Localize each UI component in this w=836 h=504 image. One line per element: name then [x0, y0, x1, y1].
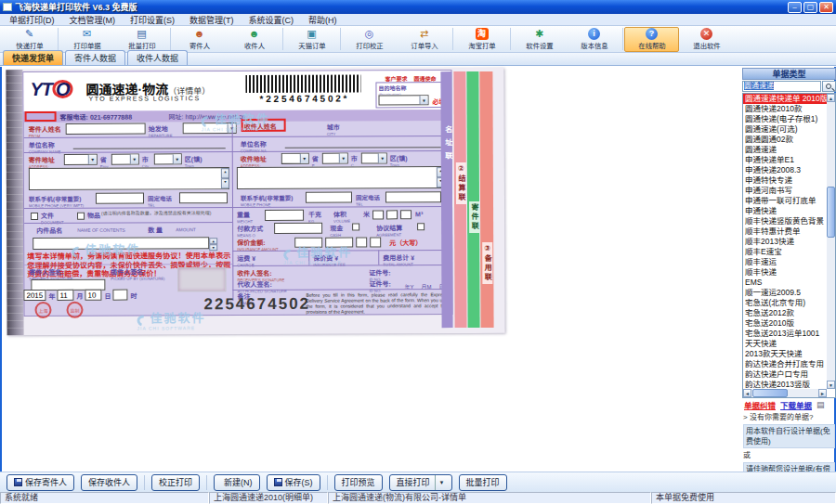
- to-town-select[interactable]: ▼: [361, 152, 387, 163]
- waybill-type-item[interactable]: 申通快递单E1: [743, 155, 827, 165]
- maximize-button[interactable]: ▢: [803, 2, 817, 13]
- dim-h-input[interactable]: [400, 210, 411, 219]
- vertical-scrollbar[interactable]: ▲ ▼: [827, 94, 835, 389]
- dim-l-input[interactable]: [372, 210, 384, 219]
- from-city-select[interactable]: ▼: [111, 154, 139, 165]
- close-button[interactable]: ✕: [819, 2, 833, 13]
- chevron-down-icon[interactable]: ▼: [300, 154, 308, 163]
- scrollbar-thumb[interactable]: [827, 187, 835, 238]
- amount-spinner[interactable]: ▲▼: [209, 238, 217, 248]
- waybill-type-item[interactable]: 圆通速递: [743, 145, 827, 155]
- print-preview-button[interactable]: 打印预览: [334, 474, 383, 491]
- search-input[interactable]: 圆通速递: [742, 81, 821, 92]
- to-tel-input[interactable]: [385, 191, 441, 202]
- scroll-right-icon[interactable]: ►: [818, 389, 827, 397]
- date-hour-input[interactable]: [112, 290, 127, 301]
- waybill-type-item[interactable]: 申通特快专递: [743, 175, 827, 186]
- waybill-type-item[interactable]: 顺丰2013快递: [743, 237, 827, 247]
- menu-system[interactable]: 系统设置(C): [249, 14, 294, 26]
- tip-self-design[interactable]: 用本软件自行设计单据(免费使用): [743, 424, 835, 448]
- insurance-input-4[interactable]: [370, 237, 381, 247]
- waybill-type-item[interactable]: 申通带一联可打底单: [743, 196, 827, 206]
- from-mobile-input[interactable]: [96, 193, 144, 204]
- chevron-down-icon[interactable]: ▼: [378, 153, 386, 162]
- waybill-type-item[interactable]: 顺丰速运: [743, 257, 827, 267]
- date-month-input[interactable]: [57, 290, 73, 301]
- waybill-type-item[interactable]: 圆通快递2010款: [743, 104, 827, 114]
- menu-print-settings[interactable]: 打印设置(S): [130, 14, 175, 26]
- from-tel-input[interactable]: [179, 192, 228, 203]
- waybill-type-item[interactable]: 宅急送2012款: [743, 308, 827, 318]
- waybill-type-item[interactable]: 圆通速递(可选): [743, 124, 827, 135]
- waybill-type-item[interactable]: 顺丰E速宝: [743, 247, 827, 257]
- menu-documents[interactable]: 文档管理(M): [70, 14, 116, 26]
- save-receiver-button[interactable]: 保存收件人: [81, 474, 137, 491]
- toolbar-print-doc-button[interactable]: ✉打印单据: [59, 27, 114, 52]
- chevron-down-icon[interactable]: ▼: [420, 96, 428, 104]
- tab-sender-data[interactable]: 寄件人数据: [65, 50, 125, 65]
- toolbar-print-calibrate-button[interactable]: ◎打印校正: [342, 27, 397, 52]
- insurance-input-3[interactable]: [356, 237, 367, 247]
- parcel-checkbox[interactable]: [77, 213, 85, 220]
- tab-express-sheet[interactable]: 快递发货单: [3, 50, 63, 65]
- chevron-down-icon[interactable]: ▼: [173, 154, 181, 163]
- to-province-select[interactable]: ▼: [281, 153, 309, 164]
- direct-print-button[interactable]: 直接打印▼: [389, 474, 452, 491]
- cash-checkbox[interactable]: [352, 224, 359, 231]
- fix-template-link[interactable]: 单据纠错: [744, 399, 776, 410]
- waybill-type-item[interactable]: 宅急送2010版: [743, 318, 827, 329]
- download-template-link[interactable]: 下载单据: [780, 399, 812, 410]
- toolbar-order-import-button[interactable]: ⇄订单导入: [397, 27, 451, 52]
- minimize-button[interactable]: –: [788, 2, 802, 13]
- waybill-type-item[interactable]: EMS: [743, 278, 827, 288]
- waybill-type-item[interactable]: 顺丰快递: [743, 267, 827, 278]
- to-city-select[interactable]: ▼: [322, 153, 348, 164]
- toolbar-settings-button[interactable]: ✱软件设置: [512, 27, 567, 52]
- chevron-down-icon[interactable]: ▼: [130, 155, 138, 164]
- waybill-type-item[interactable]: 申通快递2008.3: [743, 165, 827, 175]
- waybill-type-item[interactable]: 顺丰快递竖版黄色背景: [743, 216, 827, 226]
- waybill-type-item[interactable]: 宅急送2013运单1001: [743, 329, 827, 339]
- toolbar-online-help-button[interactable]: ?在线帮助: [624, 27, 679, 52]
- toolbar-batch-print-button[interactable]: ▤批量打印: [114, 27, 169, 52]
- new-button[interactable]: 新建(N): [214, 474, 260, 491]
- to-address-textarea[interactable]: [237, 166, 445, 189]
- scroll-up-icon[interactable]: ▲: [827, 94, 835, 102]
- save-sender-button[interactable]: 保存寄件人: [7, 474, 74, 491]
- toolbar-exit-button[interactable]: ✕退出软件: [679, 27, 734, 52]
- waybill-type-item[interactable]: 韵达快递合并打底专用: [743, 359, 827, 369]
- waybill-type-item[interactable]: 天天快递: [743, 339, 827, 349]
- waybill-type-item[interactable]: 顺丰特惠计费单: [743, 226, 827, 237]
- weight-input[interactable]: [265, 210, 304, 221]
- from-name-input[interactable]: [66, 123, 146, 135]
- calibrate-print-button[interactable]: 校正打印: [151, 474, 200, 491]
- toolbar-taobao-print-button[interactable]: 淘淘宝打单: [454, 27, 509, 52]
- menu-help[interactable]: 帮助(H): [308, 14, 337, 26]
- menu-data[interactable]: 数据管理(T): [189, 14, 234, 26]
- destination-select[interactable]: ▼: [379, 95, 429, 105]
- waybill-type-item[interactable]: 圆通圆通02款: [743, 135, 827, 145]
- scrollbar-thumb[interactable]: [752, 389, 788, 397]
- chevron-down-icon[interactable]: ▼: [339, 154, 347, 163]
- pay-input[interactable]: [274, 223, 322, 234]
- menu-print[interactable]: 单据打印(D): [9, 14, 55, 26]
- toolbar-sender-button[interactable]: ☻寄件人: [172, 27, 227, 52]
- from-province-select[interactable]: ▼: [64, 154, 98, 165]
- waybill-type-item[interactable]: 圆通速递快递单 2010版: [743, 94, 827, 104]
- waybill-type-item[interactable]: 申通快递: [743, 206, 827, 216]
- toolbar-version-info-button[interactable]: i版本信息: [567, 27, 621, 52]
- toolbar-tmall-orders-button[interactable]: ▣天猫订单: [284, 27, 339, 52]
- date-year-input[interactable]: [23, 290, 46, 301]
- from-town-select[interactable]: ▼: [154, 153, 182, 164]
- waybill-type-item[interactable]: 圆通快递(电子存根1): [743, 114, 827, 124]
- date-day-input[interactable]: [85, 290, 101, 301]
- dim-w-input[interactable]: [386, 210, 398, 219]
- from-address-textarea[interactable]: [29, 167, 229, 190]
- toolbar-express-print-button[interactable]: ✎快递打单: [2, 27, 57, 52]
- search-button[interactable]: [822, 81, 836, 92]
- waybill-type-item[interactable]: 宅急送(北京专用): [743, 298, 827, 308]
- chevron-down-icon[interactable]: ▼: [88, 155, 97, 164]
- scroll-down-icon[interactable]: ▼: [827, 381, 835, 389]
- from-address-scroll[interactable]: ▲▼: [221, 168, 229, 188]
- scroll-left-icon[interactable]: ◄: [743, 389, 751, 397]
